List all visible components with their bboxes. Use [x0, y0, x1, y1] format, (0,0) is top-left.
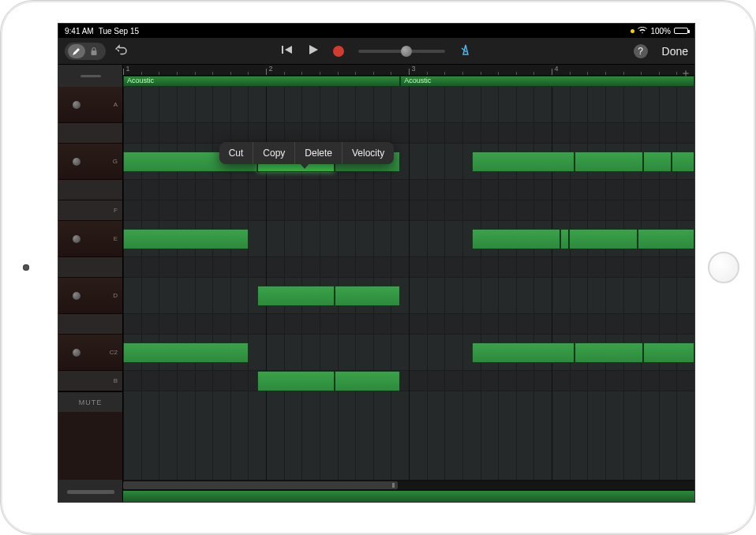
record-button[interactable] [333, 46, 344, 57]
midi-note[interactable] [335, 286, 400, 306]
string-row [58, 314, 122, 335]
svg-rect-0 [92, 51, 97, 55]
toolbar: ? Done [58, 38, 694, 65]
note-grid[interactable]: CutCopyDeleteVelocity [123, 87, 694, 480]
undo-button[interactable] [114, 44, 128, 58]
battery-percent: 100% [650, 27, 671, 36]
midi-note[interactable] [569, 229, 638, 249]
midi-note[interactable] [472, 229, 560, 249]
volume-thumb[interactable] [401, 46, 412, 57]
device-frame: 9:41 AM Tue Sep 15 100% [0, 0, 756, 535]
piano-roll-editor: AGFEDC2BMUTE CutCopyDeleteVelocity [58, 87, 694, 480]
string-column: AGFEDC2BMUTE [58, 87, 123, 480]
midi-note[interactable] [643, 342, 694, 363]
help-button[interactable]: ? [634, 44, 648, 58]
context-menu: CutCopyDeleteVelocity [219, 142, 395, 164]
status-date: Tue Sep 15 [99, 27, 139, 36]
ruler-row: 1234 AcousticAcoustic ＋ [58, 65, 694, 87]
status-time: 9:41 AM [65, 27, 94, 36]
add-section-button[interactable]: ＋ [680, 66, 691, 80]
status-bar: 9:41 AM Tue Sep 15 100% [58, 24, 694, 38]
string-row: A [58, 87, 122, 123]
midi-note[interactable] [335, 371, 400, 391]
edit-mode-icon[interactable] [68, 44, 85, 58]
play-button[interactable] [308, 44, 319, 58]
done-button[interactable]: Done [662, 45, 688, 58]
midi-note[interactable] [672, 152, 694, 172]
mute-button[interactable]: MUTE [58, 391, 122, 412]
ruler-left-handle[interactable] [58, 65, 123, 87]
zoom-handle[interactable] [58, 480, 123, 503]
overview-regions [123, 491, 694, 502]
string-label: F [114, 207, 118, 214]
string-row: D [58, 278, 122, 314]
bottom-bar [58, 480, 694, 503]
volume-slider[interactable] [358, 50, 445, 53]
string-label: C2 [110, 349, 118, 356]
string-label: E [114, 235, 118, 242]
fret-dot-icon [73, 349, 80, 357]
wifi-icon [638, 27, 647, 36]
menu-item-delete[interactable]: Delete [295, 142, 342, 164]
string-row: G [58, 144, 122, 180]
menu-item-copy[interactable]: Copy [253, 142, 295, 164]
menu-item-velocity[interactable]: Velocity [342, 142, 394, 164]
midi-note[interactable] [574, 152, 643, 172]
view-toggle[interactable] [65, 43, 106, 60]
string-label: D [113, 292, 118, 299]
bar-number: 1 [126, 65, 130, 73]
app-screen: 9:41 AM Tue Sep 15 100% [58, 23, 695, 503]
timeline-ruler[interactable]: 1234 AcousticAcoustic ＋ [123, 65, 694, 87]
home-button[interactable] [708, 252, 739, 283]
region-header[interactable]: Acoustic [400, 76, 694, 87]
midi-note[interactable] [472, 152, 574, 172]
string-label: A [114, 101, 118, 108]
overview-scroll[interactable] [123, 480, 694, 503]
string-row: F [58, 200, 122, 221]
location-indicator-icon [631, 29, 634, 33]
fret-dot-icon [73, 158, 80, 166]
rewind-button[interactable] [281, 44, 294, 58]
string-row [58, 257, 122, 278]
bar-number: 3 [412, 65, 416, 73]
fret-dot-icon [73, 101, 80, 109]
midi-note[interactable] [123, 229, 249, 249]
midi-note[interactable] [560, 229, 569, 249]
midi-note[interactable] [257, 371, 335, 391]
camera-dot [23, 264, 29, 271]
string-row [58, 123, 122, 144]
bar-number: 4 [555, 65, 559, 73]
string-row: E [58, 221, 122, 257]
string-label: B [114, 377, 118, 384]
svg-rect-1 [282, 46, 283, 54]
fret-dot-icon [73, 235, 80, 243]
metronome-button[interactable] [459, 43, 472, 59]
lock-icon[interactable] [85, 44, 103, 58]
string-label: G [113, 158, 118, 165]
midi-note[interactable] [472, 342, 574, 363]
region-header[interactable]: Acoustic [123, 76, 400, 87]
bar-number: 2 [269, 65, 273, 73]
midi-note[interactable] [574, 342, 643, 363]
scrollbar-track[interactable] [123, 481, 694, 489]
menu-item-cut[interactable]: Cut [219, 142, 254, 164]
midi-note[interactable] [638, 229, 694, 249]
string-row: B [58, 371, 122, 391]
midi-note[interactable] [257, 286, 335, 306]
midi-note[interactable] [643, 152, 672, 172]
battery-icon [674, 28, 688, 34]
scrollbar-thumb[interactable] [123, 481, 398, 489]
transport-controls [281, 43, 472, 59]
string-row [58, 180, 122, 200]
midi-note[interactable] [123, 342, 249, 363]
fret-dot-icon [73, 292, 80, 300]
string-row: C2 [58, 335, 122, 371]
